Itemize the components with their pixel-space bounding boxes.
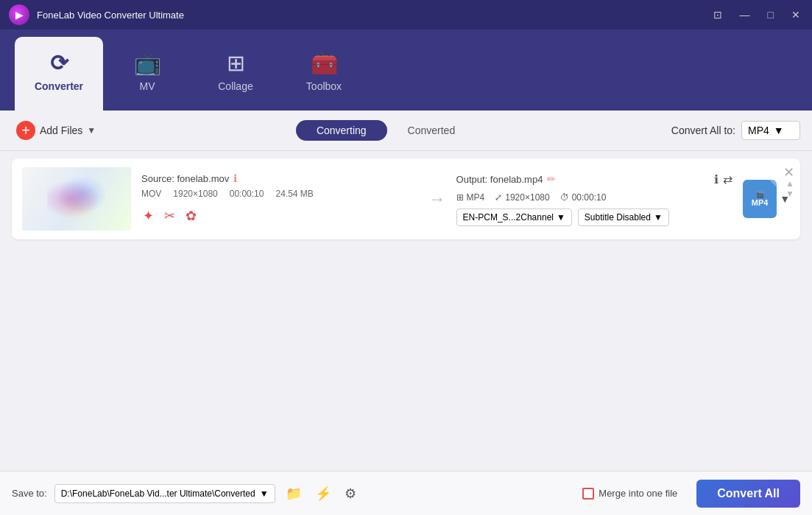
file-duration: 00:00:10 bbox=[230, 189, 264, 199]
output-specs: ⊞ MP4 ⤢ 1920×1080 ⏱ 00:00:10 bbox=[456, 192, 733, 203]
close-button[interactable]: ✕ bbox=[788, 7, 803, 23]
converted-pill[interactable]: Converted bbox=[387, 120, 476, 141]
converting-pill[interactable]: Converting bbox=[296, 120, 387, 141]
audio-dropdown-arrow-icon: ▼ bbox=[557, 212, 565, 223]
output-duration-spec: ⏱ 00:00:10 bbox=[560, 192, 607, 203]
collage-icon: ⊞ bbox=[227, 50, 245, 76]
file-item: Source: fonelab.mov ℹ MOV 1920×1080 00:0… bbox=[12, 158, 800, 239]
window-controls: ⊡ — □ ✕ bbox=[710, 7, 803, 23]
save-path-value: D:\FoneLab\FoneLab Vid...ter Ultimate\Co… bbox=[61, 488, 255, 499]
thumb-splash bbox=[47, 177, 106, 221]
audio-dropdown[interactable]: EN-PCM_S...2Channel ▼ bbox=[456, 209, 572, 226]
app-logo: ▶ bbox=[9, 4, 29, 25]
output-icons: ℹ ⇄ bbox=[714, 172, 732, 186]
card-up-down: ▲ ▼ bbox=[785, 179, 794, 198]
subtitle-dropdown-arrow-icon: ▼ bbox=[654, 212, 663, 223]
output-resolution-value: 1920×1080 bbox=[505, 192, 549, 203]
card-down-button[interactable]: ▼ bbox=[785, 189, 794, 198]
format-value: MP4 bbox=[748, 125, 769, 136]
file-details: MOV 1920×1080 00:00:10 24.54 MB bbox=[141, 189, 418, 199]
subtitle-value: Subtitle Disabled bbox=[585, 212, 651, 223]
app-title: FoneLab Video Converter Ultimate bbox=[37, 10, 710, 21]
main-area: + Add Files ▼ Converting Converted Conve… bbox=[0, 111, 812, 471]
mv-icon: 📺 bbox=[134, 50, 161, 76]
tab-collage[interactable]: ⊞ Collage bbox=[191, 37, 280, 111]
tab-pills: Converting Converted bbox=[106, 120, 666, 141]
source-label: Source: fonelab.mov bbox=[141, 173, 229, 184]
tab-toolbox-label: Toolbox bbox=[306, 80, 342, 92]
merge-label: Merge into one file bbox=[582, 488, 677, 500]
captions-button[interactable]: ⊡ bbox=[710, 7, 725, 23]
output-format-spec: ⊞ MP4 bbox=[456, 192, 485, 203]
minimize-button[interactable]: — bbox=[737, 7, 753, 23]
merge-text: Merge into one file bbox=[599, 488, 677, 499]
add-dropdown-arrow-icon: ▼ bbox=[87, 125, 96, 136]
badge-format-label: MP4 bbox=[752, 198, 769, 207]
output-resolution-spec: ⤢ 1920×1080 bbox=[495, 192, 549, 203]
file-source-meta: Source: fonelab.mov ℹ MOV 1920×1080 00:0… bbox=[141, 172, 418, 225]
edit-icon[interactable]: ✏ bbox=[547, 173, 556, 185]
toolbar: + Add Files ▼ Converting Converted Conve… bbox=[0, 111, 812, 151]
output-duration-value: 00:00:10 bbox=[572, 192, 607, 203]
info-output-button[interactable]: ℹ bbox=[714, 172, 719, 186]
format-dropdown-arrow-icon: ▼ bbox=[774, 125, 784, 136]
tab-converter[interactable]: ⟳ Converter bbox=[15, 37, 103, 111]
merge-checkbox[interactable] bbox=[582, 488, 594, 500]
subtitle-dropdown[interactable]: Subtitle Disabled ▼ bbox=[578, 209, 669, 226]
maximize-button[interactable]: □ bbox=[765, 7, 777, 23]
file-list: Source: fonelab.mov ℹ MOV 1920×1080 00:0… bbox=[0, 151, 812, 471]
save-path-arrow-icon: ▼ bbox=[260, 488, 269, 499]
output-duration-icon: ⏱ bbox=[560, 192, 569, 203]
output-format-value: MP4 bbox=[467, 192, 485, 203]
badge-stack: 🎬 MP4 ▼ bbox=[743, 180, 790, 218]
info-icon[interactable]: ℹ bbox=[233, 172, 237, 184]
save-path-dropdown[interactable]: D:\FoneLab\FoneLab Vid...ter Ultimate\Co… bbox=[54, 484, 275, 503]
file-thumbnail bbox=[22, 167, 131, 231]
refresh-output-button[interactable]: ⇄ bbox=[723, 172, 732, 186]
card-up-button[interactable]: ▲ bbox=[785, 179, 794, 188]
convert-all-to-label: Convert All to: bbox=[671, 125, 735, 136]
flash-off-button[interactable]: ⚡ bbox=[312, 483, 334, 505]
add-circle-icon: + bbox=[16, 121, 35, 140]
toolbox-icon: 🧰 bbox=[311, 50, 338, 76]
tab-mv-label: MV bbox=[140, 80, 155, 92]
file-size: 24.54 MB bbox=[275, 189, 313, 199]
tab-collage-label: Collage bbox=[218, 80, 253, 92]
converter-icon: ⟳ bbox=[50, 50, 68, 76]
tab-bar: ⟳ Converter 📺 MV ⊞ Collage 🧰 Toolbox bbox=[0, 29, 812, 111]
badge-film-icon: 🎬 bbox=[756, 191, 764, 198]
save-to-label: Save to: bbox=[12, 488, 47, 499]
source-line: Source: fonelab.mov ℹ bbox=[141, 172, 418, 184]
bottom-bar: Save to: D:\FoneLab\FoneLab Vid...ter Ul… bbox=[0, 471, 812, 515]
output-label: Output: fonelab.mp4 bbox=[456, 174, 543, 185]
output-section: Output: fonelab.mp4 ✏ ℹ ⇄ ⊞ MP4 ⤢ 1920×1… bbox=[456, 172, 733, 226]
format-dropdown[interactable]: MP4 ▼ bbox=[741, 121, 800, 140]
titlebar: ▶ FoneLab Video Converter Ultimate ⊡ — □… bbox=[0, 0, 812, 29]
logo-icon: ▶ bbox=[15, 9, 24, 21]
file-format: MOV bbox=[141, 189, 161, 199]
file-actions: ✦ ✂ ✿ bbox=[141, 206, 418, 225]
output-resolution-icon: ⤢ bbox=[495, 192, 502, 203]
audio-value: EN-PCM_S...2Channel bbox=[463, 212, 554, 223]
add-files-button[interactable]: + Add Files ▼ bbox=[12, 118, 100, 143]
folder-open-button[interactable]: 📁 bbox=[283, 483, 305, 505]
tab-converter-label: Converter bbox=[35, 80, 83, 92]
tab-mv[interactable]: 📺 MV bbox=[103, 37, 191, 111]
output-dropdowns: EN-PCM_S...2Channel ▼ Subtitle Disabled … bbox=[456, 209, 733, 226]
tab-toolbox[interactable]: 🧰 Toolbox bbox=[280, 37, 368, 111]
convert-arrow-icon: → bbox=[428, 189, 446, 209]
effects-button[interactable]: ✦ bbox=[141, 206, 155, 225]
thumb-art bbox=[22, 167, 131, 231]
output-format-icon: ⊞ bbox=[456, 192, 464, 203]
cut-button[interactable]: ✂ bbox=[163, 206, 177, 225]
settings-extra-button[interactable]: ⚙ bbox=[342, 483, 359, 505]
file-resolution: 1920×1080 bbox=[173, 189, 217, 199]
color-button[interactable]: ✿ bbox=[184, 206, 198, 225]
format-badge: 🎬 MP4 bbox=[743, 180, 777, 218]
add-files-label: Add Files bbox=[40, 125, 82, 136]
convert-all-button[interactable]: Convert All bbox=[696, 480, 800, 508]
